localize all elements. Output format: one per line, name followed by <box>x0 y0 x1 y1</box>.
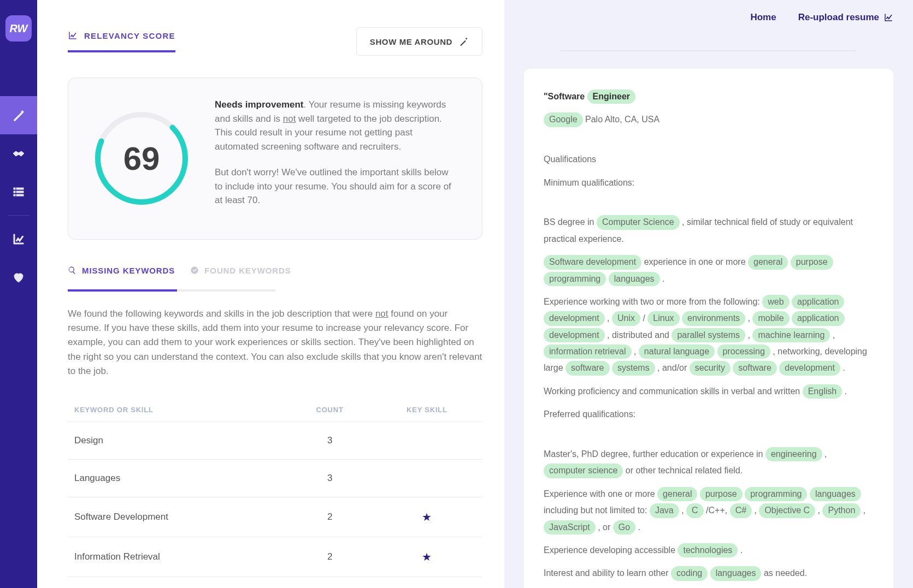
cell-keyword: Software Development <box>68 497 288 537</box>
cell-key-skill: ★ <box>372 497 482 537</box>
jd-section-preferred: Preferred qualifications: <box>544 406 874 423</box>
home-link[interactable]: Home <box>750 12 776 23</box>
missing-keywords-description: We found the following keywords and skil… <box>68 307 482 379</box>
table-row[interactable]: Languages3 <box>68 460 482 497</box>
svg-rect-5 <box>16 194 23 196</box>
cell-count: 2 <box>288 577 372 588</box>
nav-item-heart[interactable] <box>0 258 37 296</box>
table-row[interactable]: Design3 <box>68 422 482 460</box>
top-bar: Home Re-upload resume <box>504 0 913 23</box>
search-icon <box>68 266 76 275</box>
chart-line-icon <box>12 233 25 246</box>
wand-icon <box>12 109 25 122</box>
table-row[interactable]: Web2★ <box>68 577 482 588</box>
jd-section-qualifications: Qualifications <box>544 151 874 168</box>
tab-job-description[interactable]: JOB DESCRIPTION <box>561 51 672 51</box>
panel-tabs: JOB DESCRIPTION YOUR RESUME CHANGES <box>561 50 856 51</box>
check-circle-icon <box>190 266 199 275</box>
logo: RW <box>5 15 32 41</box>
cell-key-skill: ★ <box>372 577 482 588</box>
jd-experience-two-or-more: Experience working with two or more from… <box>544 294 874 377</box>
col-keyword: KEYWORD OR SKILL <box>68 398 288 422</box>
cell-count: 2 <box>288 537 372 577</box>
star-icon: ★ <box>422 511 432 523</box>
relevancy-score-heading: RELEVANCY SCORE <box>68 31 175 52</box>
cell-keyword: Web <box>68 577 288 588</box>
right-panel: Home Re-upload resume JOB DESCRIPTION YO… <box>504 0 913 588</box>
tab-changes[interactable]: CHANGES <box>768 51 856 51</box>
jd-pref-languages: Experience with one or more general purp… <box>544 486 874 536</box>
svg-rect-1 <box>16 188 23 189</box>
star-icon: ★ <box>422 551 432 563</box>
svg-rect-2 <box>14 191 15 193</box>
jd-software-dev: Software development experience in one o… <box>544 254 874 287</box>
score-description: Needs improvement. Your resume is missin… <box>215 98 458 219</box>
cell-key-skill: ★ <box>372 537 482 577</box>
handshake-icon <box>12 147 25 160</box>
table-row[interactable]: Information Retrieval2★ <box>68 537 482 577</box>
heart-icon <box>12 271 25 284</box>
tab-your-resume[interactable]: YOUR RESUME <box>672 51 767 51</box>
jd-english: Working proficiency and communication sk… <box>544 383 874 400</box>
cell-count: 2 <box>288 497 372 537</box>
svg-rect-4 <box>14 194 15 196</box>
keywords-table: KEYWORD OR SKILL COUNT KEY SKILL Design3… <box>68 398 482 588</box>
col-count: COUNT <box>288 398 372 422</box>
score-value: 69 <box>92 109 191 207</box>
cell-count: 3 <box>288 422 372 460</box>
tab-missing-keywords[interactable]: MISSING KEYWORDS <box>68 266 175 283</box>
score-ring: 69 <box>92 109 191 207</box>
table-row[interactable]: Software Development2★ <box>68 497 482 537</box>
jd-pref-learn: Interest and ability to learn other codi… <box>544 565 874 581</box>
wand-icon <box>459 37 469 46</box>
nav-item-handshake[interactable] <box>0 134 37 173</box>
nav-item-chart[interactable] <box>0 220 37 258</box>
jd-company: Google Palo Alto, CA, USA <box>544 111 874 128</box>
show-me-around-button[interactable]: SHOW ME AROUND <box>356 27 482 56</box>
side-nav: RW <box>0 0 37 588</box>
jd-section-min-qualifications: Minimum qualifications: <box>544 175 874 191</box>
nav-divider <box>8 215 30 216</box>
list-icon <box>12 185 25 198</box>
cell-count: 3 <box>288 460 372 497</box>
reupload-resume-link[interactable]: Re-upload resume <box>798 12 893 23</box>
tab-found-keywords[interactable]: FOUND KEYWORDS <box>190 266 291 283</box>
nav-item-list[interactable] <box>0 173 37 211</box>
score-card: 69 Needs improvement. Your resume is mis… <box>68 78 482 240</box>
svg-rect-0 <box>14 188 15 189</box>
cell-keyword: Languages <box>68 460 288 497</box>
nav-item-wand[interactable] <box>0 96 37 134</box>
jd-title: "Software Engineer <box>544 88 874 105</box>
jd-pref-degree: Master's, PhD degree, further education … <box>544 446 874 479</box>
cell-key-skill <box>372 460 482 497</box>
col-key-skill: KEY SKILL <box>372 398 482 422</box>
svg-rect-3 <box>16 191 23 193</box>
cell-keyword: Information Retrieval <box>68 537 288 577</box>
cell-keyword: Design <box>68 422 288 460</box>
main-panel: RELEVANCY SCORE SHOW ME AROUND 69 Needs … <box>37 0 504 588</box>
jd-bs-degree: BS degree in Computer Science , similar … <box>544 214 874 247</box>
chart-line-icon <box>68 31 78 40</box>
jd-pref-accessible: Experience developing accessible technol… <box>544 542 874 559</box>
chart-line-icon <box>883 13 893 22</box>
cell-key-skill <box>372 422 482 460</box>
job-description-card: "Software Engineer Google Palo Alto, CA,… <box>524 69 893 588</box>
